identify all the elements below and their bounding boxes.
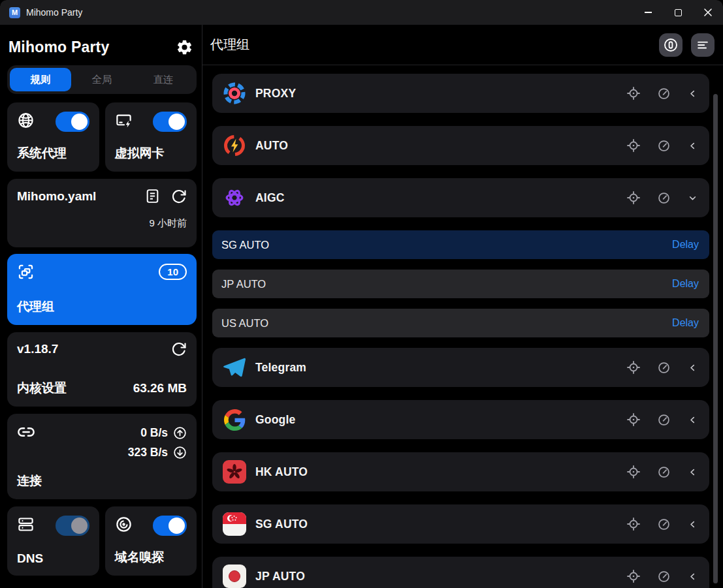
- speed-test-icon[interactable]: [657, 191, 671, 205]
- chevron-left-icon[interactable]: [687, 414, 698, 426]
- delay-link[interactable]: Delay: [672, 278, 699, 290]
- edit-profile-icon[interactable]: [144, 188, 161, 204]
- proxy-node-row-us-auto[interactable]: US AUTO Delay: [212, 309, 709, 337]
- hk-flag-icon: [223, 460, 246, 484]
- chevron-down-icon[interactable]: [687, 193, 698, 204]
- sidebar: Mihomo Party 规则 全局 直连 系统代理: [0, 25, 202, 588]
- locate-node-icon[interactable]: [626, 517, 641, 531]
- lightning-icon: [223, 134, 246, 157]
- page-title: 代理组: [210, 36, 249, 54]
- group-row-proxy[interactable]: PROXY: [212, 74, 709, 113]
- network-card-icon: [115, 112, 133, 129]
- globe-icon: [17, 112, 35, 129]
- dns-card[interactable]: DNS: [7, 506, 99, 576]
- group-name: HK AUTO: [255, 465, 308, 479]
- core-version: v1.18.7: [17, 342, 58, 356]
- group-name: JP AUTO: [255, 570, 305, 583]
- locate-node-icon[interactable]: [626, 569, 641, 583]
- chevron-left-icon[interactable]: [687, 519, 698, 530]
- settings-button[interactable]: [176, 39, 193, 56]
- proxy-node-row-jp-auto[interactable]: JP AUTO Delay: [212, 270, 709, 298]
- download-arrow-icon: [173, 446, 187, 459]
- connections-label: 连接: [17, 472, 187, 489]
- close-icon: [701, 5, 715, 20]
- tab-global[interactable]: 全局: [71, 68, 133, 91]
- node-name: US AUTO: [221, 317, 268, 330]
- delay-link[interactable]: Delay: [672, 239, 699, 251]
- dns-toggle[interactable]: [56, 516, 89, 536]
- gear-icon: [176, 39, 193, 56]
- system-proxy-toggle[interactable]: [56, 112, 89, 132]
- group-name: PROXY: [255, 87, 296, 101]
- group-row-telegram[interactable]: Telegram: [212, 348, 709, 387]
- maximize-button[interactable]: [663, 0, 693, 25]
- group-row-auto[interactable]: AUTO: [212, 126, 709, 165]
- sniff-toggle[interactable]: [153, 516, 187, 536]
- speed-test-icon[interactable]: [657, 413, 671, 427]
- locate-node-icon[interactable]: [626, 86, 641, 101]
- sidebar-item-proxy-groups[interactable]: 10 代理组: [7, 254, 197, 325]
- tun-label: 虚拟网卡: [115, 145, 187, 162]
- chevron-left-icon[interactable]: [687, 362, 698, 373]
- chevron-left-icon[interactable]: [687, 88, 698, 99]
- profile-updated-time: 9 小时前: [17, 217, 187, 230]
- restart-core-icon[interactable]: [171, 341, 187, 357]
- list-lines-icon: [696, 38, 710, 52]
- proxy-groups-label: 代理组: [17, 298, 187, 315]
- refresh-profile-icon[interactable]: [171, 189, 187, 204]
- profile-card[interactable]: Mihomo.yaml 9 小时前: [7, 179, 197, 247]
- window-title: Mihomo Party: [26, 7, 82, 18]
- main-panel: 代理组 PROXY AUT: [202, 25, 723, 588]
- group-row-aigc[interactable]: AIGC: [212, 178, 709, 217]
- scrollbar[interactable]: [713, 94, 718, 583]
- telegram-icon: [223, 356, 246, 379]
- stop-all-delay-button[interactable]: [659, 33, 683, 57]
- tun-toggle[interactable]: [153, 112, 187, 132]
- chevron-left-icon[interactable]: [687, 467, 698, 478]
- sniffer-icon: [115, 516, 133, 533]
- download-speed: 323 B/s: [128, 446, 168, 459]
- jp-flag-icon: [223, 565, 246, 588]
- core-settings-card[interactable]: v1.18.7 内核设置 63.26 MB: [7, 332, 197, 407]
- locate-node-icon[interactable]: [626, 138, 641, 153]
- connections-card[interactable]: 0 B/s 323 B/s 连接: [7, 414, 197, 499]
- group-row-google[interactable]: Google: [212, 400, 709, 439]
- link-icon: [17, 423, 35, 441]
- chevron-left-icon[interactable]: [687, 571, 698, 582]
- speed-test-icon[interactable]: [657, 570, 671, 583]
- speed-test-icon[interactable]: [657, 361, 671, 375]
- group-row-hk-auto[interactable]: HK AUTO: [212, 452, 709, 491]
- tab-direct[interactable]: 直连: [133, 68, 194, 91]
- tab-rule[interactable]: 规则: [10, 68, 71, 91]
- app-logo-icon: M: [9, 7, 20, 18]
- core-settings-label: 内核设置: [17, 380, 67, 397]
- group-row-sg-auto[interactable]: SG AUTO: [212, 504, 709, 544]
- system-proxy-card[interactable]: 系统代理: [7, 102, 99, 172]
- chevron-left-icon[interactable]: [687, 140, 698, 151]
- speed-test-icon[interactable]: [657, 87, 671, 101]
- sniff-card[interactable]: 域名嗅探: [105, 506, 197, 576]
- sniff-label: 域名嗅探: [115, 549, 187, 566]
- delay-link[interactable]: Delay: [672, 317, 699, 329]
- locate-node-icon[interactable]: [626, 465, 641, 479]
- speed-test-icon[interactable]: [657, 139, 671, 153]
- node-name: JP AUTO: [221, 278, 266, 290]
- sg-flag-icon: [223, 512, 246, 536]
- titlebar: M Mihomo Party: [0, 0, 723, 25]
- group-row-jp-auto[interactable]: JP AUTO: [212, 557, 709, 588]
- locate-node-icon[interactable]: [626, 360, 641, 375]
- locate-node-icon[interactable]: [626, 191, 641, 205]
- sidebar-app-title: Mihomo Party: [8, 39, 109, 56]
- dns-label: DNS: [17, 551, 89, 566]
- speed-test-icon[interactable]: [657, 518, 671, 531]
- tun-card[interactable]: 虚拟网卡: [105, 102, 197, 172]
- minimize-button[interactable]: [633, 0, 663, 25]
- proxy-groups-icon: [17, 263, 35, 281]
- proxy-wheel-icon: [223, 82, 246, 105]
- speed-test-icon[interactable]: [657, 465, 671, 479]
- locate-node-icon[interactable]: [626, 412, 641, 427]
- list-layout-button[interactable]: [691, 33, 715, 57]
- proxy-node-row-sg-auto[interactable]: SG AUTO Delay: [212, 230, 709, 259]
- group-name: Google: [255, 413, 295, 427]
- close-button[interactable]: [693, 0, 723, 25]
